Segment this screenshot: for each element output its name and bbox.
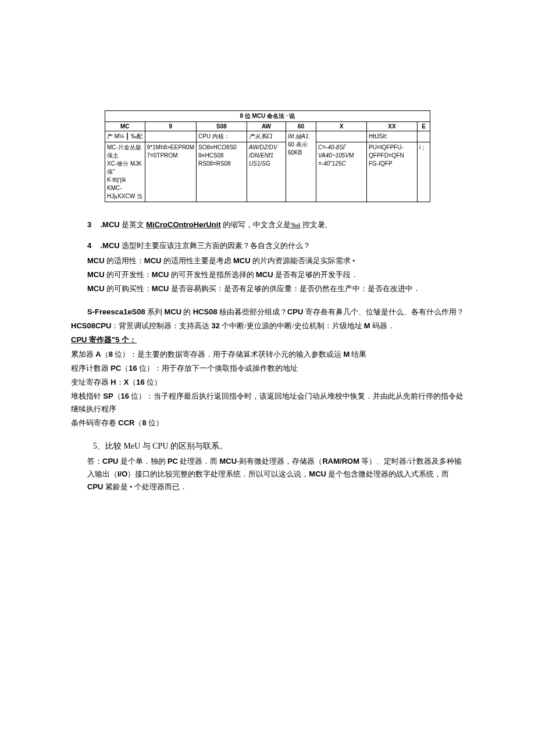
question-4: 4 .MCU 选型时主要应该注京舞三方面的因素？各自含义的什么？ [87,241,465,251]
q4-title: 选型时主要应该注京舞三方面的因素？各自含义的什么？ [120,241,311,250]
th-x: X [316,122,367,131]
hcs-reg-ccr: 条件码寄存卷 CCR（8 位） [71,417,465,429]
q4-ans2: MCU 的可开发性：MCU 的可开发性是指所选择的 MCU 是否有足够的开发手段… [87,268,465,281]
q3-u2: ‰t [291,220,301,229]
r2c6: C=-40-8SГ VA40~105VM =-40"125C [316,142,367,202]
r1c4: 产从系£1 [247,131,286,142]
hcs-line2: CPU 寄作器"5 个： [71,334,465,346]
r1c8 [418,131,430,142]
th-xx: XX [367,122,418,131]
q4-ans3: MCU 的可购买性：MCU 是否容易购买：是否有足够的供应量：是否仍然在生产中：… [87,282,465,295]
r2c3: SO8≡HCO8S0 8≡HCS08 RS08=RS08 [197,142,247,202]
q3-u1: MiCroCOntroHerUnit [146,220,221,229]
q4-num: 4 [87,241,91,250]
naming-table: 8 位 MCU 命名法 · 说 MC 9 S08 AW 60 X XX E 产 … [105,110,430,202]
r1c3: CPU 内核： [197,131,247,142]
q3-t1: 是英文 [120,220,147,229]
r2c4: AW/DZ/DV /DN/ENf1 US1/SG [247,142,286,202]
r2c2: 9*1Mh8>EEPR0M 7=0TPROM [145,142,196,202]
th-s08: S08 [197,122,247,131]
r1c2 [145,131,196,142]
hcs-line1: HCS08CPU：背景调试控制器：支持高达 32 个中断/更位源的中断/史位机制… [71,320,465,332]
r2c7: PU=IQFPFU-QFPFD=QFN FG-IQFP [367,142,418,202]
table-title: 8 位 MCU 命名法 · 说 [105,111,430,122]
hcs-reg-a: 累加器 A（8 位）：是主要的数据寄存器．用于存储算术茯转小元的输入参数或运 M… [71,348,465,361]
question-3: 3 .MCU 是英文 MiCroCOntroHerUnit 的缩写，中文含义是‰… [87,220,465,230]
th-e: E [418,122,430,131]
question-5-answer: 答：CPU 是个单．独的 PC 处理器．而 MCU-则有微处理器，存储器（RAM… [87,455,465,493]
q3-num: 3 [87,220,91,229]
q3-t3: 控文暑, [301,220,327,229]
th-aw: AW [247,122,286,131]
q3-t2: 的缩写，中文含义是 [221,220,291,229]
q4-ans1: MCU 的适用性：MCU 的适用性主要是考虑 MCU 的片内资源能否满足实际需求… [87,255,465,267]
th-60: 60 [286,122,316,131]
q3-prefix: .MCU [100,220,119,229]
r1c7: HttJSit: [367,131,418,142]
r1c5: IIit 紬A1.60 表示 60KB [286,131,316,202]
r1c6 [316,131,367,142]
r1c1: 产 M¼ ┃ ‰配 [105,131,145,142]
document-page: 8 位 MCU 命名法 · 说 MC 9 S08 AW 60 X XX E 产 … [0,0,535,529]
q4-prefix: .MCU [100,241,119,250]
hcs-reg-pc: 程序计数器 PC（16 位）：用于存放下一个倏取指令或操作数的地址 [71,362,465,375]
r2c8: i； [418,142,430,202]
th-9: 9 [145,122,196,131]
r2c1: MC-片全丛版保土 XC-修分 MJK 保" K·tti∏ik KMC- HJj… [105,142,145,202]
hcs-reg-sp: 堆栈指针 SP（16 位）：当子程序最后执行返回指令时，该返回地址会门动从堆校中… [71,390,465,415]
hcs-reg-hx: 变址寄存器 H：X（16 位） [71,376,465,389]
th-mc: MC [105,122,145,131]
question-s: S-Freesca1eS08 系列 MCU 的 HCS08 核由暮些部分组成？C… [87,306,465,318]
question-5-title: 5、比较 MeU 与 CPU 的区别与联系。 [93,441,465,452]
